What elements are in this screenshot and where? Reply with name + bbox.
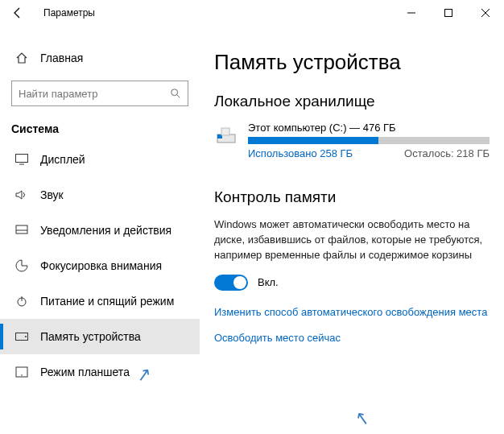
storage-icon — [14, 333, 29, 341]
storage-sense-toggle[interactable] — [214, 275, 248, 291]
sidebar-item-power[interactable]: Питание и спящий режим — [0, 283, 200, 319]
sound-icon — [14, 189, 29, 200]
svg-rect-16 — [221, 128, 229, 135]
used-space-link[interactable]: Использовано 258 ГБ — [248, 147, 353, 159]
nav-label: Режим планшета — [40, 366, 130, 378]
back-button[interactable] — [6, 2, 29, 24]
home-nav[interactable]: Главная — [0, 47, 200, 69]
svg-point-2 — [171, 89, 178, 96]
free-space-label: Осталось: 218 ГБ — [404, 147, 490, 159]
search-box[interactable] — [11, 81, 188, 106]
nav-label: Память устройства — [40, 330, 141, 343]
svg-rect-4 — [16, 155, 28, 163]
sidebar-item-display[interactable]: Дисплей — [0, 142, 200, 177]
svg-point-11 — [25, 336, 27, 337]
sidebar-section-label: Система — [0, 121, 200, 142]
nav-label: Фокусировка внимания — [40, 259, 162, 272]
storage-sense-description: Windows может автоматически освободить м… — [214, 217, 490, 263]
drive-name: Этот компьютер (C:) — 476 ГБ — [248, 122, 490, 134]
storage-bar — [248, 137, 490, 144]
page-title: Память устройства — [214, 50, 490, 75]
change-auto-free-link[interactable]: Изменить способ автоматического освобожд… — [214, 305, 490, 320]
drive-icon — [214, 122, 238, 147]
nav-label: Уведомления и действия — [40, 224, 171, 237]
main-content: Память устройства Локальное хранилище Эт… — [200, 26, 504, 434]
sidebar: Главная Система Дисплей Звук Уведо — [0, 26, 200, 434]
tablet-icon — [14, 366, 29, 378]
nav-label: Питание и спящий режим — [40, 295, 174, 308]
search-icon — [170, 88, 181, 99]
minimize-icon — [407, 9, 415, 17]
search-input[interactable] — [19, 88, 149, 100]
sidebar-item-notifications[interactable]: Уведомления и действия — [0, 213, 200, 248]
close-icon — [481, 9, 490, 17]
svg-rect-1 — [445, 10, 452, 17]
maximize-button[interactable] — [430, 1, 467, 25]
home-label: Главная — [40, 52, 83, 64]
minimize-button[interactable] — [393, 1, 430, 25]
nav-label: Дисплей — [40, 153, 85, 166]
svg-point-13 — [21, 374, 23, 376]
back-arrow-icon — [11, 6, 24, 19]
sidebar-item-storage[interactable]: Память устройства — [0, 319, 200, 354]
drive-row[interactable]: Этот компьютер (C:) — 476 ГБ Использован… — [214, 122, 490, 159]
window-title: Параметры — [43, 7, 95, 19]
nav-label: Звук — [40, 188, 64, 201]
sidebar-item-focus[interactable]: Фокусировка внимания — [0, 248, 200, 283]
home-icon — [14, 52, 29, 64]
sidebar-item-sound[interactable]: Звук — [0, 177, 200, 213]
maximize-icon — [444, 9, 452, 17]
local-storage-heading: Локальное хранилище — [214, 93, 490, 110]
power-icon — [14, 295, 29, 308]
free-up-now-link[interactable]: Освободить место сейчас — [214, 331, 490, 345]
svg-rect-6 — [16, 225, 27, 234]
notifications-icon — [14, 225, 29, 236]
storage-sense-heading: Контроль памяти — [214, 188, 490, 206]
svg-line-3 — [177, 95, 180, 98]
display-icon — [14, 154, 29, 165]
close-button[interactable] — [467, 1, 504, 25]
focus-icon — [14, 259, 29, 272]
sidebar-item-tablet[interactable]: Режим планшета — [0, 354, 200, 390]
toggle-state-label: Вкл. — [258, 276, 279, 288]
